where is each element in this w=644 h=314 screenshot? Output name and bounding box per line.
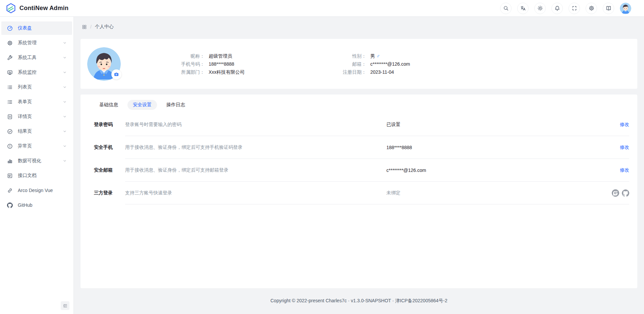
gender-value: 男♂ xyxy=(370,52,380,60)
regdate-label: 注册日期： xyxy=(326,68,366,76)
monitor-icon xyxy=(7,70,13,75)
copyright-footer: Copyright © 2022-present Charles7c · v1.… xyxy=(74,288,644,314)
row-description: 用于接收消息、验证身份，绑定后可支持邮箱登录 xyxy=(125,167,386,173)
profile-dept-row: 所属部门： Xxx科技有限公司 xyxy=(149,68,284,76)
translate-icon xyxy=(520,5,526,11)
chevron-down-icon xyxy=(63,85,67,89)
security-settings-list: 登录密码 登录账号时需要输入的密码 已设置 修改 安全手机 用于接收消息、验证身… xyxy=(94,113,629,204)
breadcrumb-home[interactable] xyxy=(82,24,87,29)
main-content: / 个人中心 xyxy=(74,17,644,314)
docs-button[interactable] xyxy=(603,3,614,14)
sidebar-item-label: 结果页 xyxy=(18,128,63,134)
sidebar-menu: 仪表盘 系统管理 系统工具 xyxy=(0,21,73,212)
app-header: ContiNew Admin xyxy=(0,0,644,17)
theme-button[interactable] xyxy=(534,3,546,14)
check-circle-icon xyxy=(7,129,13,134)
tab-basic-info[interactable]: 基础信息 xyxy=(94,100,123,110)
search-icon xyxy=(503,5,509,11)
wrench-icon xyxy=(7,55,13,61)
github-icon[interactable] xyxy=(622,189,629,197)
dept-value: Xxx科技有限公司 xyxy=(209,68,284,76)
copyright-text: Copyright © 2022-present Charles7c · v1.… xyxy=(270,298,447,304)
sidebar-item-exception-pages[interactable]: 异常页 xyxy=(1,139,72,153)
sidebar: 仪表盘 系统管理 系统工具 xyxy=(0,17,74,314)
profile-phone-row: 手机号码： 188****8888 xyxy=(149,60,284,68)
third-party-bind-icons xyxy=(612,189,629,197)
sidebar-item-label: 异常页 xyxy=(18,143,63,149)
change-avatar-button[interactable] xyxy=(111,69,121,79)
list-icon xyxy=(7,84,13,90)
row-label: 三方登录 xyxy=(94,190,125,196)
sidebar-item-label: GitHub xyxy=(18,202,67,208)
fullscreen-button[interactable] xyxy=(569,3,580,14)
sidebar-item-api-docs[interactable]: 接口文档 xyxy=(1,169,72,182)
profile-info: 昵称： 超级管理员 手机号码： 188****8888 所属部门： Xxx科技有… xyxy=(149,52,410,76)
row-label: 安全邮箱 xyxy=(94,167,125,173)
header-actions xyxy=(500,3,631,14)
sidebar-item-label: 表单页 xyxy=(18,99,63,105)
user-avatar[interactable] xyxy=(620,3,631,14)
row-label: 安全手机 xyxy=(94,144,125,150)
profile-card: 昵称： 超级管理员 手机号码： 188****8888 所属部门： Xxx科技有… xyxy=(80,39,637,89)
menu-fold-icon xyxy=(63,303,68,308)
profile-email-row: 邮箱： c********@126.com xyxy=(326,60,410,68)
dept-label: 所属部门： xyxy=(149,68,205,76)
tab-operation-log[interactable]: 操作日志 xyxy=(161,100,191,110)
settings-card: 基础信息 安全设置 操作日志 登录密码 登录账号时需要输入的密码 已设置 修改 … xyxy=(80,95,637,288)
modify-password-link[interactable]: 修改 xyxy=(620,122,629,128)
sidebar-item-label: 列表页 xyxy=(18,84,63,90)
sidebar-item-detail-pages[interactable]: 详情页 xyxy=(1,110,72,123)
gear-icon xyxy=(7,40,13,46)
male-symbol-icon: ♂ xyxy=(376,53,380,59)
chevron-down-icon xyxy=(63,70,67,74)
sidebar-item-label: 接口文档 xyxy=(18,173,67,179)
chevron-down-icon xyxy=(63,115,67,119)
row-description: 用于接收消息、验证身份，绑定后可支持手机验证码登录 xyxy=(125,144,386,150)
profile-avatar[interactable] xyxy=(87,47,121,81)
app-layout: 仪表盘 系统管理 系统工具 xyxy=(0,17,644,314)
sidebar-item-label: 仪表盘 xyxy=(18,25,67,31)
nickname-value: 超级管理员 xyxy=(209,52,284,60)
app-title: ContiNew Admin xyxy=(19,5,68,12)
sidebar-item-form-pages[interactable]: 表单页 xyxy=(1,95,72,109)
link-icon xyxy=(7,188,13,193)
app-logo[interactable]: ContiNew Admin xyxy=(5,3,68,14)
sidebar-item-system-tools[interactable]: 系统工具 xyxy=(1,51,72,64)
sidebar-item-label: 详情页 xyxy=(18,114,63,120)
sidebar-item-label: 数据可视化 xyxy=(18,158,63,164)
chevron-down-icon xyxy=(63,41,67,45)
bar-chart-icon xyxy=(7,158,13,164)
email-value: c********@126.com xyxy=(370,60,410,68)
profile-regdate-row: 注册日期： 2023-11-04 xyxy=(326,68,410,76)
logo-hexagon-icon xyxy=(5,3,16,14)
gear-icon xyxy=(589,5,594,11)
phone-label: 手机号码： xyxy=(149,60,205,68)
fullscreen-icon xyxy=(572,5,577,11)
security-row-phone: 安全手机 用于接收消息、验证身份，绑定后可支持手机验证码登录 188****88… xyxy=(94,136,629,159)
sidebar-item-result-pages[interactable]: 结果页 xyxy=(1,125,72,138)
tab-security-settings[interactable]: 安全设置 xyxy=(127,100,157,110)
sidebar-item-system-management[interactable]: 系统管理 xyxy=(1,36,72,50)
modify-email-link[interactable]: 修改 xyxy=(620,167,629,173)
sidebar-item-system-monitor[interactable]: 系统监控 xyxy=(1,66,72,79)
modify-phone-link[interactable]: 修改 xyxy=(620,144,629,150)
notifications-button[interactable] xyxy=(551,3,563,14)
translate-button[interactable] xyxy=(517,3,529,14)
sidebar-item-dashboard[interactable]: 仪表盘 xyxy=(1,21,72,35)
regdate-value: 2023-11-04 xyxy=(370,68,394,76)
chevron-down-icon xyxy=(63,129,67,133)
sidebar-item-list-pages[interactable]: 列表页 xyxy=(1,80,72,94)
profile-info-col1: 昵称： 超级管理员 手机号码： 188****8888 所属部门： Xxx科技有… xyxy=(149,52,284,76)
sidebar-item-github[interactable]: GitHub xyxy=(1,198,72,212)
sidebar-item-arco-design-vue[interactable]: Arco Design Vue xyxy=(1,184,72,197)
search-button[interactable] xyxy=(500,3,512,14)
sidebar-collapse-button[interactable] xyxy=(61,301,69,310)
settings-button[interactable] xyxy=(586,3,597,14)
apps-grid-icon xyxy=(82,24,87,29)
email-label: 邮箱： xyxy=(326,60,366,68)
profile-info-col2: 性别： 男♂ 邮箱： c********@126.com 注册日期： 2023-… xyxy=(326,52,410,76)
row-label: 登录密码 xyxy=(94,122,125,128)
sidebar-item-data-visualization[interactable]: 数据可视化 xyxy=(1,154,72,168)
gitee-icon[interactable] xyxy=(612,189,619,197)
sidebar-item-label: 系统工具 xyxy=(18,55,63,61)
